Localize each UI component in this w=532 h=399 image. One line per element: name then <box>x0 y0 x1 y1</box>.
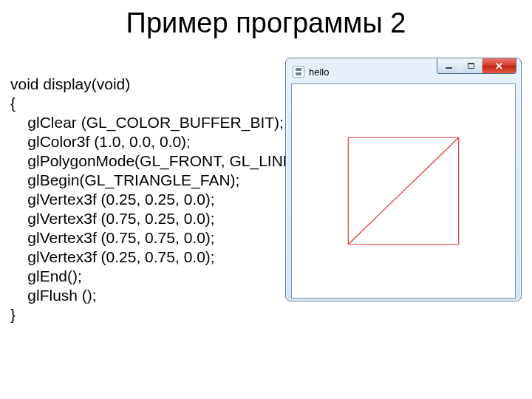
window-icon <box>293 66 304 78</box>
window-client-area <box>291 83 516 299</box>
opengl-output <box>292 84 515 298</box>
maximize-button[interactable] <box>460 58 482 73</box>
minimize-button[interactable] <box>437 58 460 73</box>
close-button[interactable]: ✕ <box>482 58 516 73</box>
code-block: void display(void) { glClear (GL_COLOR_B… <box>10 75 303 324</box>
slide-title: Пример программы 2 <box>0 0 532 39</box>
svg-line-1 <box>348 137 458 245</box>
output-window: hello ✕ <box>285 58 522 301</box>
